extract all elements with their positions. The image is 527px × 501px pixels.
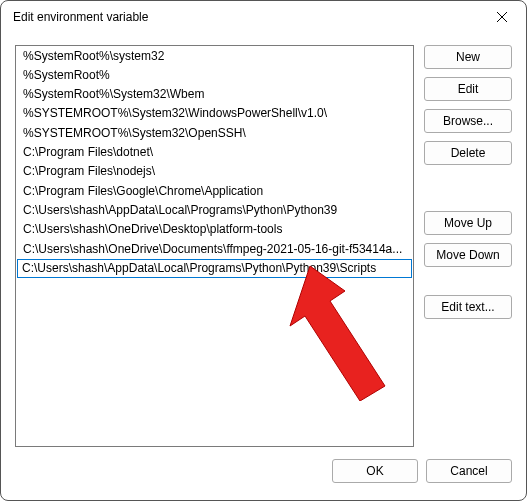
spacer	[424, 173, 512, 203]
close-icon	[497, 12, 507, 22]
dialog-footer: OK Cancel	[1, 455, 526, 500]
title-bar: Edit environment variable	[1, 1, 526, 33]
list-item[interactable]: C:\Users\shash\OneDrive\Desktop\platform…	[17, 220, 412, 239]
edit-text-button[interactable]: Edit text...	[424, 295, 512, 319]
list-item[interactable]: %SystemRoot%\System32\Wbem	[17, 85, 412, 104]
window-title: Edit environment variable	[13, 10, 480, 24]
new-button[interactable]: New	[424, 45, 512, 69]
delete-button[interactable]: Delete	[424, 141, 512, 165]
list-item[interactable]: C:\Program Files\Google\Chrome\Applicati…	[17, 182, 412, 201]
list-item-editing[interactable]	[17, 259, 412, 278]
path-listbox[interactable]: %SystemRoot%\system32 %SystemRoot% %Syst…	[15, 45, 414, 447]
list-item[interactable]: C:\Users\shash\OneDrive\Documents\ffmpeg…	[17, 240, 412, 259]
list-item[interactable]: C:\Program Files\nodejs\	[17, 162, 412, 181]
list-item[interactable]: %SystemRoot%\system32	[17, 47, 412, 66]
close-button[interactable]	[480, 2, 524, 32]
move-up-button[interactable]: Move Up	[424, 211, 512, 235]
spacer	[424, 275, 512, 287]
ok-button[interactable]: OK	[332, 459, 418, 483]
cancel-button[interactable]: Cancel	[426, 459, 512, 483]
edit-button[interactable]: Edit	[424, 77, 512, 101]
svg-marker-0	[290, 266, 385, 401]
list-item[interactable]: %SystemRoot%	[17, 66, 412, 85]
list-item[interactable]: C:\Program Files\dotnet\	[17, 143, 412, 162]
buttons-column: New Edit Browse... Delete Move Up Move D…	[424, 45, 512, 447]
annotation-arrow-icon	[280, 261, 400, 401]
list-item[interactable]: %SYSTEMROOT%\System32\WindowsPowerShell\…	[17, 104, 412, 123]
list-item[interactable]: %SYSTEMROOT%\System32\OpenSSH\	[17, 124, 412, 143]
move-down-button[interactable]: Move Down	[424, 243, 512, 267]
list-item[interactable]: C:\Users\shash\AppData\Local\Programs\Py…	[17, 201, 412, 220]
path-edit-input[interactable]	[17, 259, 412, 278]
browse-button[interactable]: Browse...	[424, 109, 512, 133]
dialog-content: %SystemRoot%\system32 %SystemRoot% %Syst…	[1, 33, 526, 455]
